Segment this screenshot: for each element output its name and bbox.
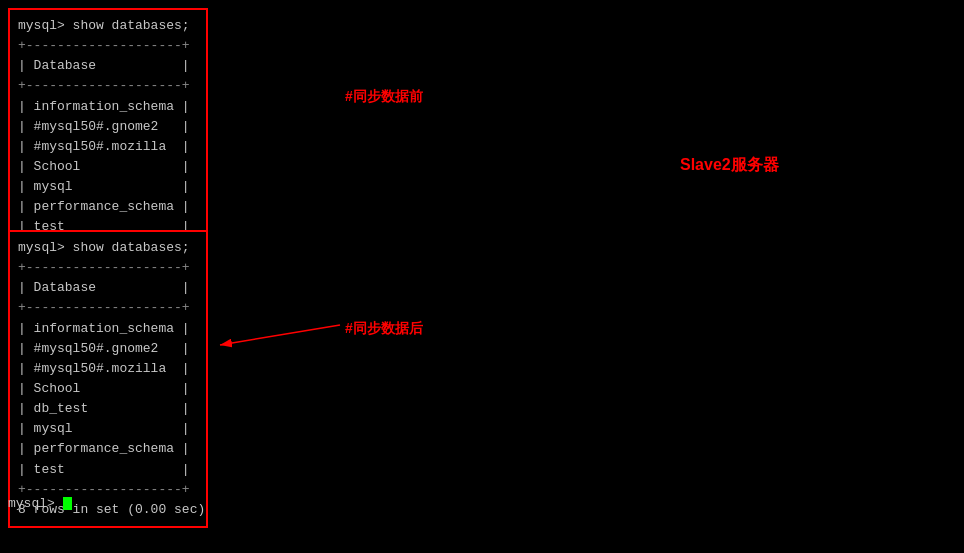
label-sync-after: #同步数据后 — [345, 320, 423, 338]
line-db2-1: | information_schema | — [18, 319, 198, 339]
line-db1-5: | mysql | — [18, 177, 198, 197]
line-db1-2: | #mysql50#.gnome2 | — [18, 117, 198, 137]
line-prompt1: mysql> show databases; — [18, 16, 198, 36]
line-db1-6: | performance_schema | — [18, 197, 198, 217]
line-db2-2: | #mysql50#.gnome2 | — [18, 339, 198, 359]
line-db2-5: | db_test | — [18, 399, 198, 419]
line-db1-1: | information_schema | — [18, 97, 198, 117]
line-db2-4: | School | — [18, 379, 198, 399]
cursor — [63, 497, 72, 510]
line-sep2b: +--------------------+ — [18, 298, 198, 318]
line-prompt2: mysql> show databases; — [18, 238, 198, 258]
terminal-block-after: mysql> show databases; +----------------… — [8, 230, 208, 528]
arrow-sync-after — [210, 310, 350, 360]
line-db2-8: | test | — [18, 460, 198, 480]
line-sep2a: +--------------------+ — [18, 258, 198, 278]
line-sep1b: +--------------------+ — [18, 76, 198, 96]
line-sep1a: +--------------------+ — [18, 36, 198, 56]
line-db1-4: | School | — [18, 157, 198, 177]
line-header1: | Database | — [18, 56, 198, 76]
svg-line-1 — [220, 325, 340, 345]
line-header2: | Database | — [18, 278, 198, 298]
bottom-prompt: mysql> — [8, 496, 72, 511]
line-db2-6: | mysql | — [18, 419, 198, 439]
line-db1-3: | #mysql50#.mozilla | — [18, 137, 198, 157]
prompt-text: mysql> — [8, 496, 63, 511]
label-sync-before: #同步数据前 — [345, 88, 423, 106]
label-slave2: Slave2服务器 — [680, 155, 779, 176]
line-db2-7: | performance_schema | — [18, 439, 198, 459]
line-db2-3: | #mysql50#.mozilla | — [18, 359, 198, 379]
